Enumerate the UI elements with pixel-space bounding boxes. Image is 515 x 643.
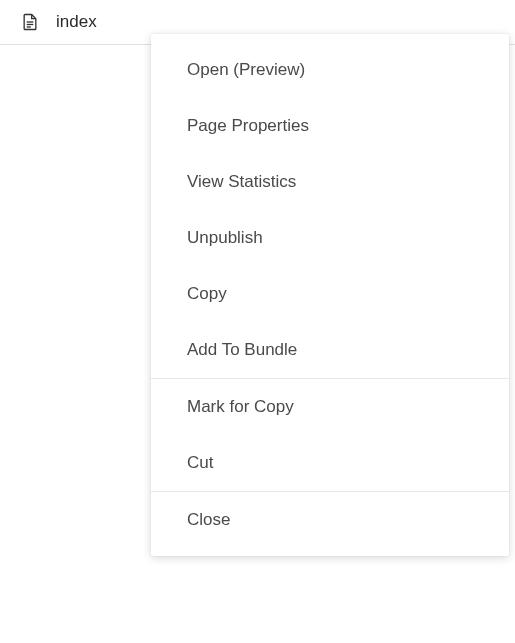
- menu-item-page-properties[interactable]: Page Properties: [151, 98, 509, 154]
- menu-item-mark-for-copy[interactable]: Mark for Copy: [151, 379, 509, 435]
- context-menu: Open (Preview)Page PropertiesView Statis…: [151, 34, 509, 556]
- menu-item-open-preview[interactable]: Open (Preview): [151, 42, 509, 98]
- file-name-label: index: [56, 12, 97, 32]
- menu-item-view-statistics[interactable]: View Statistics: [151, 154, 509, 210]
- document-icon: [20, 12, 40, 32]
- menu-item-unpublish[interactable]: Unpublish: [151, 210, 509, 266]
- menu-item-copy[interactable]: Copy: [151, 266, 509, 322]
- menu-item-close[interactable]: Close: [151, 492, 509, 548]
- menu-item-add-to-bundle[interactable]: Add To Bundle: [151, 322, 509, 378]
- menu-item-cut[interactable]: Cut: [151, 435, 509, 491]
